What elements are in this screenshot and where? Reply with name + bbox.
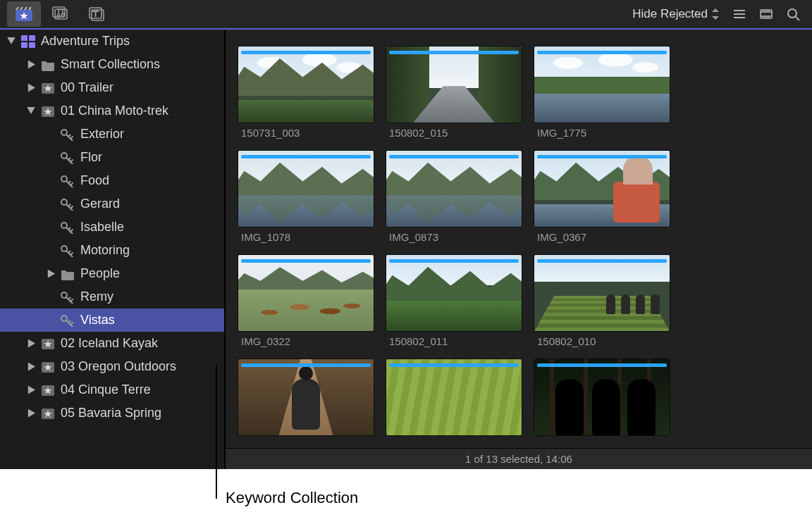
sidebar-item-isabelle[interactable]: Isabelle [0,216,224,239]
clip-thumbnail[interactable] [238,46,374,123]
titles-browser-button[interactable] [80,1,114,27]
disclosure-triangle[interactable] [27,409,35,418]
sidebar-item-adventure-trips[interactable]: Adventure Trips [0,30,224,53]
event-icon [41,361,55,373]
clip-item[interactable]: IMG_0873 [386,151,522,255]
clip-item[interactable]: IMG_0322 [238,255,374,359]
clip-thumbnail[interactable] [386,255,522,331]
clip-item[interactable] [238,359,374,448]
filmstrip-icon [758,6,774,22]
event-icon [41,82,55,94]
svg-line-26 [796,17,799,20]
clip-thumbnail[interactable] [386,151,522,227]
list-view-button[interactable] [727,2,751,26]
disclosure-triangle[interactable] [27,363,35,371]
sidebar-item-01-china-moto-trek[interactable]: 01 China Moto-trek [0,99,224,123]
sidebar-item-remy[interactable]: Remy [0,285,224,309]
disclosure-triangle[interactable] [27,61,35,69]
favorite-marker [389,51,519,54]
keyword-icon [61,221,75,234]
app-window: Hide Rejected [0,0,812,469]
clip-thumbnail[interactable] [534,359,670,435]
disclosure-triangle[interactable] [7,37,16,46]
clip-thumbnail[interactable] [534,46,670,123]
clip-thumbnail[interactable] [534,255,670,331]
favorite-marker [241,155,371,158]
clip-thumbnail[interactable] [238,255,374,331]
clip-item[interactable]: 150802_011 [386,255,522,359]
library-sidebar[interactable]: Adventure TripsSmart Collections00 Trail… [0,30,226,469]
event-icon [41,105,55,118]
search-button[interactable] [781,2,805,26]
clip-thumbnail[interactable] [386,359,522,435]
search-icon [785,6,801,22]
favorite-marker [241,259,371,263]
disclosure-spacer [47,177,55,185]
favorite-marker [537,155,667,158]
audio-browser-button[interactable] [44,1,78,27]
keyword-icon [61,175,75,187]
keyword-icon [61,244,75,257]
clip-label: IMG_1078 [238,231,374,243]
filmstrip-view-button[interactable] [754,2,778,26]
library-icon [21,35,35,48]
keyword-icon [61,291,75,304]
sidebar-item-people[interactable]: People [0,262,224,285]
clip-thumbnail[interactable] [238,359,374,435]
status-text: 1 of 13 selected, 14:06 [465,453,572,465]
clip-thumbnail[interactable] [386,46,522,123]
clip-item[interactable]: IMG_0367 [534,151,670,255]
sidebar-item-flor[interactable]: Flor [0,146,224,169]
sidebar-item-05-bavaria-spring[interactable]: 05 Bavaria Spring [0,401,224,425]
disclosure-triangle[interactable] [27,340,35,348]
clip-grid[interactable]: 150731_003150802_015IMG_1775IMG_1078IMG_… [226,30,812,448]
sidebar-item-label: Food [80,173,109,188]
disclosure-triangle[interactable] [27,386,35,394]
sidebar-item-label: 04 Cinque Terre [61,382,151,397]
clip-label: 150802_011 [386,335,522,347]
clip-thumbnail[interactable] [238,151,374,227]
favorite-marker [389,363,519,367]
media-browser-button[interactable] [7,1,41,27]
clip-item[interactable]: 150802_010 [534,255,670,359]
sidebar-item-smart-collections[interactable]: Smart Collections [0,53,224,76]
sidebar-item-label: 03 Oregon Outdoors [61,359,176,374]
sidebar-item-gerard[interactable]: Gerard [0,192,224,216]
sidebar-item-food[interactable]: Food [0,169,224,192]
sidebar-item-00-trailer[interactable]: 00 Trailer [0,76,224,99]
clip-filter-dropdown[interactable]: Hide Rejected [627,7,725,21]
annotation: Keyword Collection [0,469,812,517]
sidebar-item-03-oregon-outdoors[interactable]: 03 Oregon Outdoors [0,355,224,378]
clip-item[interactable]: IMG_1078 [238,151,374,255]
sidebar-item-label: 01 China Moto-trek [61,104,168,118]
event-icon [41,337,55,350]
clip-label: IMG_0322 [238,335,374,347]
sidebar-item-label: Vistas [80,313,115,328]
clip-item[interactable] [386,359,522,448]
disclosure-spacer [47,130,55,139]
clip-filter-label: Hide Rejected [632,7,708,21]
event-icon [41,407,55,420]
sidebar-item-04-cinque-terre[interactable]: 04 Cinque Terre [0,378,224,401]
disclosure-spacer [47,200,55,208]
clip-item[interactable]: 150802_015 [386,46,522,151]
sidebar-item-02-iceland-kayak[interactable]: 02 Iceland Kayak [0,332,224,355]
clip-item[interactable]: IMG_1775 [534,46,670,151]
sidebar-item-label: Flor [80,150,102,165]
sidebar-item-vistas[interactable]: Vistas [0,309,224,332]
sidebar-item-exterior[interactable]: Exterior [0,123,224,146]
favorite-marker [537,51,667,54]
favorite-marker [241,363,371,367]
disclosure-triangle[interactable] [47,270,55,278]
sidebar-item-label: Gerard [80,197,120,211]
sidebar-item-label: People [80,266,120,281]
disclosure-spacer [47,154,55,162]
sidebar-item-label: 02 Iceland Kayak [61,336,158,351]
disclosure-triangle[interactable] [27,84,35,92]
sidebar-item-motoring[interactable]: Motoring [0,239,224,262]
clip-item[interactable] [534,359,670,448]
clip-item[interactable]: 150731_003 [238,46,374,151]
clip-thumbnail[interactable] [534,151,670,227]
sidebar-item-label: Remy [80,289,113,304]
disclosure-triangle[interactable] [27,107,35,116]
